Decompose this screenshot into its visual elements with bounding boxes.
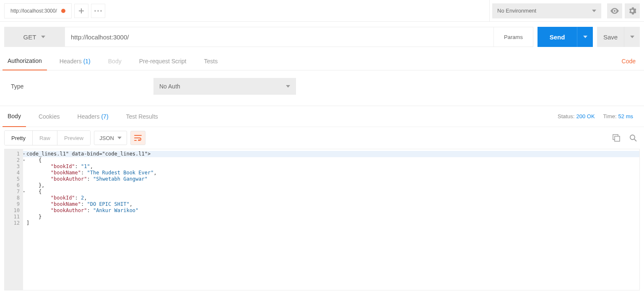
json-number: 2 (81, 195, 84, 201)
request-row: GET Params Send Save (0, 22, 644, 52)
json-string: "Shwetabh Gangwar" (93, 176, 148, 182)
format-select[interactable]: JSON (94, 131, 127, 145)
environment-select[interactable]: No Environment (492, 3, 601, 18)
svg-line-7 (634, 139, 636, 141)
environment-quicklook-button[interactable] (607, 3, 622, 18)
status-block: Status:200 OK (558, 113, 595, 119)
tab-body[interactable]: Body (103, 52, 127, 70)
line-number: 4 (5, 170, 21, 176)
save-dropdown[interactable] (624, 27, 640, 47)
resp-tab-body[interactable]: Body (3, 106, 26, 127)
time-block: Time:52 ms (603, 113, 633, 119)
auth-selected: No Auth (159, 83, 180, 90)
tab-headers[interactable]: Headers(1) (55, 52, 96, 70)
code-link-label: Code (622, 58, 636, 65)
line-number: 5 (5, 176, 21, 182)
tab-label: Body (108, 58, 122, 65)
wrap-icon (134, 135, 142, 141)
wrap-lines-button[interactable] (130, 131, 145, 145)
line-number[interactable]: 1 (5, 151, 21, 157)
auth-type-select[interactable]: No Auth (153, 78, 296, 95)
method-select[interactable]: GET (4, 27, 65, 47)
chevron-down-icon (41, 36, 45, 38)
line-number[interactable]: 7 (5, 189, 21, 195)
send-button[interactable]: Send (538, 27, 577, 47)
eye-icon (610, 8, 619, 14)
line-number: 10 (5, 207, 21, 214)
json-key: "bookId" (51, 163, 75, 169)
resp-tab-headers[interactable]: Headers(7) (73, 106, 114, 127)
separator (489, 0, 490, 22)
settings-button[interactable] (625, 3, 640, 18)
chevron-down-icon (117, 137, 122, 139)
json-string: "1" (81, 163, 90, 169)
json-string: "DO EPIC SHIT" (87, 201, 130, 207)
topbar: http://localhost:3000/ No Environment (0, 0, 644, 22)
svg-point-0 (94, 10, 96, 12)
copy-response-button[interactable] (610, 131, 623, 145)
params-label: Params (504, 34, 523, 40)
chevron-down-icon (286, 85, 290, 88)
tab-label: Cookies (39, 113, 60, 120)
body-toolbar: Pretty Raw Preview JSON (0, 127, 644, 149)
code-content[interactable]: code_lines.l1" data-bind="code_lines.l1"… (23, 149, 639, 290)
svg-point-3 (614, 10, 615, 11)
json-key: "bookId" (51, 195, 75, 201)
code-line: } (26, 214, 42, 220)
tab-options-button[interactable] (91, 4, 105, 18)
json-key: "bookAuthor" (51, 207, 87, 213)
json-string: "The Rudest Book Ever" (87, 170, 154, 176)
label: Preview (64, 135, 83, 141)
save-button[interactable]: Save (597, 27, 624, 47)
plus-icon (79, 8, 84, 13)
resp-tab-cookies[interactable]: Cookies (34, 106, 65, 127)
new-tab-button[interactable] (74, 4, 88, 18)
save-label: Save (603, 34, 618, 41)
tab-tests[interactable]: Tests (199, 52, 223, 70)
json-key: "bookAuthor" (51, 176, 87, 182)
line-number: 12 (5, 220, 21, 226)
view-raw[interactable]: Raw (32, 131, 57, 145)
tab-label: Headers (78, 113, 100, 120)
unsaved-dot-icon (61, 9, 65, 13)
request-tab[interactable]: http://localhost:3000/ (4, 3, 72, 18)
json-key: "bookName" (51, 201, 81, 207)
time-label: Time: (603, 113, 617, 119)
line-number: 6 (5, 182, 21, 189)
tab-label: Pre-request Script (139, 58, 187, 65)
code-link[interactable]: Code (616, 58, 641, 65)
resp-tab-testresults[interactable]: Test Results (121, 106, 163, 127)
chevron-down-icon (583, 36, 587, 38)
response-tabs: Body Cookies Headers(7) Test Results Sta… (0, 106, 644, 127)
send-dropdown[interactable] (577, 27, 593, 47)
search-icon (629, 134, 637, 142)
line-number[interactable]: 2 (5, 157, 21, 163)
view-mode-segment: Pretty Raw Preview (4, 130, 91, 145)
svg-rect-5 (615, 136, 620, 141)
svg-point-2 (100, 10, 102, 12)
label: Raw (39, 135, 50, 141)
line-number: 3 (5, 163, 21, 170)
chevron-down-icon (630, 36, 634, 38)
tab-label: Headers (60, 58, 82, 65)
auth-type-label: Type (11, 83, 153, 90)
json-key: "bookName" (51, 170, 81, 176)
tab-label: Body (8, 113, 21, 119)
method-label: GET (23, 34, 36, 41)
svg-point-1 (97, 10, 99, 12)
request-tabs: Authorization Headers(1) Body Pre-reques… (0, 52, 644, 70)
view-pretty[interactable]: Pretty (5, 131, 32, 145)
code-line: code_lines.l1" data-bind="code_lines.l1"… (23, 151, 639, 157)
tab-authorization[interactable]: Authorization (3, 52, 47, 70)
tab-prerequest[interactable]: Pre-request Script (134, 52, 192, 70)
url-input[interactable] (65, 27, 494, 47)
code-line: }, (26, 182, 44, 188)
view-preview[interactable]: Preview (57, 131, 90, 145)
line-number: 11 (5, 214, 21, 220)
search-response-button[interactable] (626, 131, 640, 145)
line-number: 9 (5, 201, 21, 207)
auth-panel: Type No Auth (0, 70, 644, 106)
tab-label: Test Results (126, 113, 158, 120)
params-button[interactable]: Params (494, 27, 533, 47)
code-line: ] (26, 220, 29, 226)
